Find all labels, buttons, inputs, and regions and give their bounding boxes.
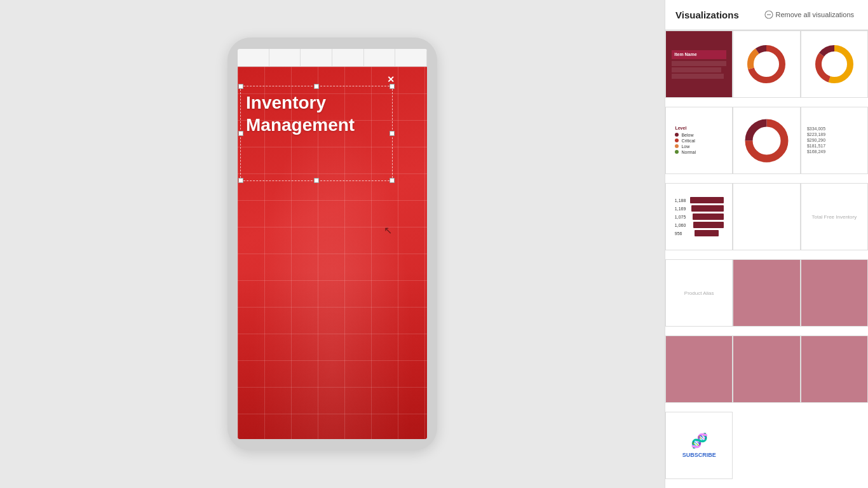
product-alias-label: Product Alias [684,290,714,296]
header-cell-6 [395,49,427,66]
bar-row-2: 1,169 [675,205,724,212]
visualizations-title: Visualizations [675,10,739,20]
bar-row-4: 1,060 [675,222,724,228]
bar-label-3: 1,075 [675,215,691,219]
close-button[interactable]: ✕ [387,75,395,84]
num-row-5: $168,249 [807,149,862,154]
svg-point-12 [754,128,779,153]
svg-point-9 [823,53,846,76]
viz-thumb-pink-5[interactable] [801,336,868,403]
viz-thumb-numbers[interactable]: $334,005 $223,189 $290,290 $181,517 $168… [801,107,868,174]
viz-thumb-pink-3[interactable] [665,336,733,403]
legend-item-3: Low [681,144,689,149]
bar-3 [693,214,724,220]
legend-title: Level [675,126,722,130]
bar-row-3: 1,075 [675,214,724,220]
donut-chart-red-large [743,117,790,165]
legend-content: Level Below Critical Low Normal [672,123,725,158]
inventory-management-text[interactable]: Inventory Management [241,86,392,141]
legend-dot-1 [675,133,679,137]
num-label-2: $223,189 [807,132,825,137]
handle-top-right[interactable] [390,84,395,89]
subscribe-content: 🧬 SUBSCRIBE [682,433,716,458]
phone-mockup: ✕ Inventory Management ↖ [227,37,437,451]
bar-label-2: 1,169 [675,207,689,211]
viz-thumb-pink-2[interactable] [801,259,868,327]
numbers-content: $334,005 $223,189 $290,290 $181,517 $168… [804,124,864,158]
main-canvas: ✕ Inventory Management ↖ [0,0,665,488]
phone-screen: ✕ Inventory Management ↖ [238,49,427,439]
header-cell-1 [238,49,269,66]
legend-dot-2 [675,139,679,142]
viz-thumb-donut-red-orange[interactable] [733,30,800,98]
panel-header: Visualizations Remove all visualizations [665,0,868,30]
remove-all-button[interactable]: Remove all visualizations [761,8,858,22]
viz-thumb-legend[interactable]: Level Below Critical Low Normal [665,107,733,174]
legend-item-1: Below [681,133,693,137]
legend-dot-3 [675,144,679,148]
legend-dot-4 [675,150,679,154]
bar-1 [690,197,724,203]
handle-mid-right[interactable] [390,131,395,136]
viz-thumb-total-free[interactable]: Total Free Inventory [801,183,868,250]
bar-2 [691,205,724,212]
bar-label-1: 1,188 [675,198,688,203]
header-cell-2 [269,49,301,66]
legend-row-2: Critical [675,139,722,143]
thumb-item-name-label: Item Name [674,52,696,57]
viz-thumb-donut-red-large[interactable] [733,107,800,174]
num-row-2: $223,189 [807,132,862,137]
svg-point-5 [755,53,778,76]
viz-thumb-pink-1[interactable] [733,259,800,327]
bar-5 [695,230,719,236]
viz-thumb-subscribe[interactable]: 🧬 SUBSCRIBE [665,412,733,479]
viz-thumb-bar-chart[interactable]: 1,188 1,169 1,075 1,060 956 [665,183,733,250]
bar-4 [693,222,723,228]
num-label-3: $290,290 [807,138,825,142]
handle-bottom-right[interactable] [390,178,395,183]
donut-chart-yellow [812,42,857,86]
remove-icon [764,10,773,19]
phone-content[interactable]: ✕ Inventory Management ↖ [238,67,427,439]
header-cell-3 [301,49,332,66]
legend-item-4: Normal [681,150,696,154]
viz-thumb-pink-4[interactable] [733,336,800,403]
num-label-1: $334,005 [807,126,825,131]
viz-thumb-donut-yellow[interactable] [801,30,868,98]
total-free-label: Total Free Inventory [811,214,857,220]
num-row-3: $290,290 [807,138,862,142]
bar-label-4: 1,060 [675,223,691,227]
num-label-4: $181,517 [807,144,825,148]
num-label-5: $168,249 [807,149,825,154]
handle-top-mid[interactable] [314,84,319,89]
bar-label-5: 956 [675,231,693,236]
header-cell-5 [364,49,396,66]
bar-chart-content: 1,188 1,169 1,075 1,060 956 [671,193,728,240]
visualizations-grid: Item Name [665,30,868,488]
handle-mid-left[interactable] [238,131,243,136]
legend-row-4: Normal [675,150,722,154]
legend-row-1: Below [675,133,722,137]
legend-item-2: Critical [681,139,695,143]
donut-chart-red-orange [744,42,789,86]
subscribe-label: SUBSCRIBE [682,452,716,458]
right-panel: Visualizations Remove all visualizations… [665,0,868,488]
viz-thumb-dark-header[interactable]: Item Name [665,30,733,98]
viz-thumb-product-alias[interactable]: Product Alias [665,259,733,327]
legend-row-3: Low [675,144,722,149]
bar-row-1: 1,188 [675,197,724,203]
viz-thumb-empty-1[interactable] [733,183,800,250]
selected-text-box[interactable]: ✕ Inventory Management [240,86,393,181]
num-row-1: $334,005 [807,126,862,131]
handle-bottom-left[interactable] [238,178,243,183]
header-cell-4 [332,49,364,66]
dna-icon: 🧬 [691,433,708,449]
phone-header [238,49,427,67]
bar-row-5: 956 [675,230,724,236]
num-row-4: $181,517 [807,144,862,148]
handle-bottom-mid[interactable] [314,178,319,183]
handle-top-left[interactable] [238,84,243,89]
